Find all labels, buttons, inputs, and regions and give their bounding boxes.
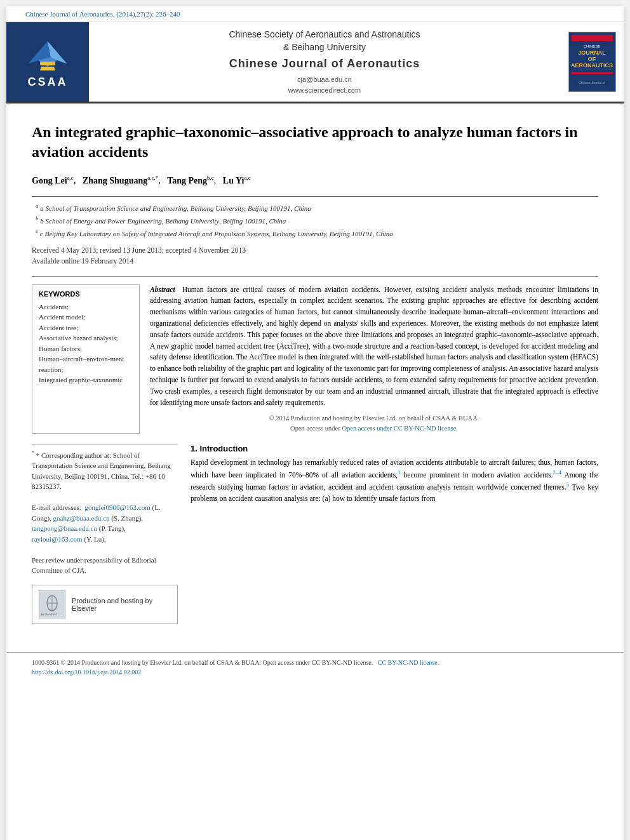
cover-main-title: JOURNALOFAERONAUTICS xyxy=(571,50,613,69)
doi-link[interactable]: http://dx.doi.org/10.1016/j.cja.2014.02.… xyxy=(32,669,141,676)
svg-marker-4 xyxy=(40,67,55,70)
affiliation-a: a a School of Transportation Science and… xyxy=(32,202,598,213)
footnote-email-tang: tangpeng@buaa.edu.cn xyxy=(32,524,97,532)
cover-chinese-text: CHINESE xyxy=(584,44,601,49)
dates-line: Received 4 May 2013; revised 13 June 201… xyxy=(32,245,598,267)
society-name: Chinese Society of Aeronautics and Astro… xyxy=(229,29,420,53)
journal-cover-image: CHINESE JOURNALOFAERONAUTICS Chinese Jou… xyxy=(568,32,616,92)
right-col: 1. Introduction Rapid development in tec… xyxy=(191,444,598,624)
keyword-5: Human factors; xyxy=(39,343,133,354)
elsevier-block: ELSEVIER Production and hosting by Elsev… xyxy=(32,585,178,624)
cc-link[interactable]: Open access under CC BY-NC-ND license. xyxy=(342,425,458,432)
csaa-logo-block: CSAA xyxy=(6,22,89,102)
cc-bottom-link[interactable]: CC BY-NC-ND license. xyxy=(378,659,439,666)
svg-rect-3 xyxy=(40,62,55,65)
keyword-4: Associative hazard analysis; xyxy=(39,333,133,343)
elsevier-svg: ELSEVIER xyxy=(39,592,65,617)
header-center: Chinese Society of Aeronautics and Astro… xyxy=(89,22,560,102)
abstract-section: KEYWORDS Accidents; Accident model; Acci… xyxy=(32,276,598,434)
author-zhang: Zhang Shuguang xyxy=(83,176,147,185)
keyword-7: Integrated graphic–taxonomic xyxy=(39,375,133,385)
journal-title: Chinese Journal of Aeronautics xyxy=(229,57,420,70)
main-content: An integrated graphic–taxonomic–associat… xyxy=(6,103,624,643)
two-col-section: * * Corresponding author at: School of T… xyxy=(32,444,598,624)
author-lu: Lu Yi xyxy=(223,176,245,185)
abstract-text: Abstract Human factors are critical caus… xyxy=(150,284,598,409)
journal-header: CSAA Chinese Society of Aeronautics and … xyxy=(6,22,624,103)
page: Chinese Journal of Aeronautics, (2014),2… xyxy=(6,6,624,840)
keyword-1: Accidents; xyxy=(39,302,133,312)
journal-ref-bar: Chinese Journal of Aeronautics, (2014),2… xyxy=(6,6,624,22)
footnote-email-zhang: gnahz@buaa.edu.cn xyxy=(53,514,110,522)
elsevier-text: Production and hosting by Elsevier xyxy=(72,597,171,612)
footnote-email-lu: rayloui@163.com xyxy=(32,535,82,543)
authors-line: Gong Leia,c, Zhang Shuguanga,c,*, Tang P… xyxy=(32,174,598,187)
left-col: * * Corresponding author at: School of T… xyxy=(32,444,178,624)
affiliation-c: c c Beijing Key Laboratory on Safety of … xyxy=(32,227,598,239)
bottom-issn: 1000-9361 © 2014 Production and hosting … xyxy=(32,658,598,667)
author-gong: Gong Lei xyxy=(32,176,67,185)
plane-icon xyxy=(22,35,73,73)
intro-text: Rapid development in technology has rema… xyxy=(191,457,598,505)
copyright-block: © 2014 Production and hosting by Elsevie… xyxy=(150,413,598,434)
affiliation-b: b b School of Energy and Power Engineeri… xyxy=(32,215,598,226)
ref-1[interactable]: 1 xyxy=(398,469,401,476)
article-title: An integrated graphic–taxonomic–associat… xyxy=(32,123,598,162)
keywords-box: KEYWORDS Accidents; Accident model; Acci… xyxy=(32,284,140,434)
header-links: cja@buaa.edu.cn www.sciencedirect.com xyxy=(288,74,361,95)
ref-5[interactable]: 5 xyxy=(566,481,570,488)
keyword-3: Accident tree; xyxy=(39,323,133,333)
abstract-body: Abstract Human factors are critical caus… xyxy=(150,284,598,434)
footnote-email-label: E-mail addresses: xyxy=(32,503,83,511)
svg-text:ELSEVIER: ELSEVIER xyxy=(41,612,57,616)
author-tang: Tang Peng xyxy=(167,176,207,185)
keyword-6: Human–aircraft–environ-ment reaction; xyxy=(39,354,133,375)
csaa-text: CSAA xyxy=(27,76,67,89)
abstract-label: Abstract xyxy=(150,286,175,293)
keywords-title: KEYWORDS xyxy=(39,290,133,298)
cover-bottom-bar xyxy=(572,72,613,74)
journal-ref-text: Chinese Journal of Aeronautics, (2014),2… xyxy=(25,10,180,18)
affiliations-block: a a School of Transportation Science and… xyxy=(32,196,598,239)
bottom-doi: http://dx.doi.org/10.1016/j.cja.2014.02.… xyxy=(32,667,598,677)
keyword-2: Accident model; xyxy=(39,312,133,323)
journal-cover-block: CHINESE JOURNALOFAERONAUTICS Chinese Jou… xyxy=(560,22,624,102)
footnote-emails: gonglei0906@163.com xyxy=(84,503,150,511)
ref-2-4[interactable]: 2–4 xyxy=(553,469,562,476)
elsevier-logo-icon: ELSEVIER xyxy=(39,590,65,618)
footnote-block: * * Corresponding author at: School of T… xyxy=(32,444,178,576)
cover-red-bar xyxy=(572,35,613,41)
bottom-bar: 1000-9361 © 2014 Production and hosting … xyxy=(6,652,624,681)
section-title-intro: 1. Introduction xyxy=(191,444,598,453)
